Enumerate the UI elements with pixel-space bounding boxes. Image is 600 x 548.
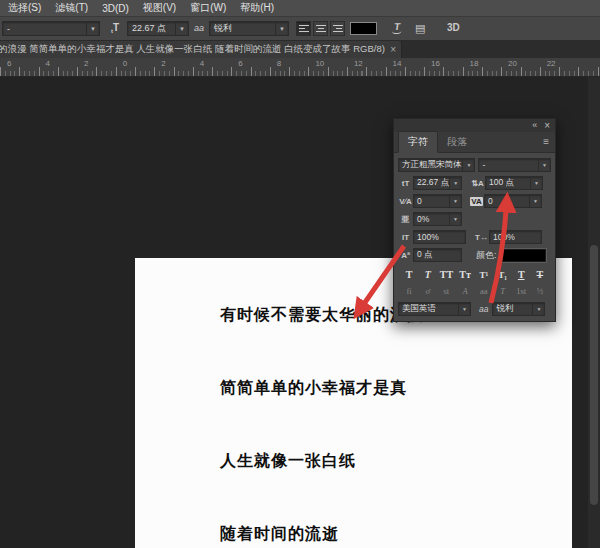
text-style-button[interactable]: TT xyxy=(438,268,454,282)
anti-alias-value: 锐利 xyxy=(214,22,232,35)
menu-item[interactable]: 帮助(H) xyxy=(233,1,281,15)
canvas-text-line[interactable]: 人生就像一张白纸 xyxy=(220,450,572,472)
menu-item[interactable]: 滤镜(T) xyxy=(48,1,95,15)
chevron-down-icon[interactable]: ▼ xyxy=(449,213,461,225)
3d-button[interactable]: 3D xyxy=(447,22,460,33)
menu-item[interactable]: 窗口(W) xyxy=(183,1,233,15)
panel-menu-icon[interactable]: ≡ xyxy=(543,136,549,147)
text-style-button[interactable]: T xyxy=(513,268,529,282)
tab-character[interactable]: 字符 xyxy=(398,131,438,153)
close-tab-icon[interactable]: × xyxy=(390,45,396,55)
kerning-field[interactable]: 0 ▼ xyxy=(413,194,462,208)
scrollbar-thumb[interactable] xyxy=(590,245,598,505)
tracking-icon: VA xyxy=(470,197,483,206)
font-size-field[interactable]: 22.67 点 ▼ xyxy=(413,176,462,190)
ruler-number: 8 xyxy=(270,58,309,68)
ruler-number: 12 xyxy=(347,58,386,68)
proportional-spacing-field[interactable]: 0% ▼ xyxy=(413,212,462,226)
document-title: 的浪漫 简简单单的小幸福才是真 人生就像一张白纸 随着时间的流逝 白纸变成了故事… xyxy=(0,43,386,56)
tab-paragraph[interactable]: 段落 xyxy=(438,132,476,152)
leading-field[interactable]: 100 点 ▼ xyxy=(485,176,543,190)
align-center-button[interactable] xyxy=(313,21,328,36)
chevron-down-icon[interactable]: ▼ xyxy=(532,303,544,315)
vertical-scale-icon: IT xyxy=(398,233,413,242)
text-style-button[interactable]: T¹ xyxy=(476,268,492,282)
menu-bar: 选择(S)滤镜(T)3D(D)视图(V)窗口(W)帮助(H) xyxy=(0,0,600,17)
text-style-button[interactable]: T xyxy=(401,268,417,282)
chevron-down-icon[interactable]: ▼ xyxy=(449,177,461,189)
kerning-value: 0 xyxy=(417,196,422,206)
horizontal-scale-icon: T↔ xyxy=(474,233,489,242)
opentype-feature-button[interactable]: T xyxy=(495,285,511,298)
chevron-down-icon[interactable]: ▼ xyxy=(538,159,550,171)
baseline-shift-value: 0 点 xyxy=(417,249,433,261)
text-color-swatch[interactable] xyxy=(350,22,377,35)
text-style-button[interactable]: T₁ xyxy=(495,268,511,282)
collapse-panel-icon[interactable]: « xyxy=(532,121,537,130)
toggle-panels-icon[interactable]: ▤ xyxy=(415,21,425,36)
opentype-feature-button[interactable]: ơ xyxy=(420,285,436,298)
chevron-down-icon[interactable]: ▼ xyxy=(530,177,542,189)
ruler-number: 18 xyxy=(463,58,502,68)
text-style-button[interactable]: Tᴛ xyxy=(457,268,473,282)
ruler-number: 10 xyxy=(308,58,347,68)
chevron-down-icon[interactable]: ▼ xyxy=(449,195,461,207)
font-size-value: 22.67 点 xyxy=(417,177,449,189)
ruler-number: 16 xyxy=(424,58,463,68)
opentype-feature-button[interactable]: aa xyxy=(476,285,492,298)
text-style-button[interactable]: T xyxy=(420,268,436,282)
chevron-down-icon[interactable]: ▼ xyxy=(529,195,541,207)
font-size-icon: tT xyxy=(111,22,119,34)
menu-item[interactable]: 选择(S) xyxy=(1,1,48,15)
chevron-down-icon[interactable]: ▼ xyxy=(175,22,188,35)
opentype-feature-button[interactable]: A xyxy=(457,285,473,298)
close-panel-icon[interactable]: × xyxy=(544,121,550,131)
chevron-down-icon[interactable]: ▼ xyxy=(462,159,474,171)
opentype-feature-button[interactable]: 1st xyxy=(513,285,529,298)
document-tab[interactable]: 的浪漫 简简单单的小幸福才是真 人生就像一张白纸 随着时间的流逝 白纸变成了故事… xyxy=(0,41,402,58)
font-family-dropdown[interactable]: - ▼ xyxy=(2,21,100,36)
ruler-number: 6 xyxy=(0,58,39,68)
proportional-spacing-icon: 亜 xyxy=(398,214,413,225)
scale-row: IT 100% T↔ 100% xyxy=(398,230,551,244)
ruler-number: 2 xyxy=(154,58,193,68)
ruler-number: 14 xyxy=(385,58,424,68)
warp-text-icon[interactable]: T xyxy=(388,21,406,36)
anti-alias-icon: aa xyxy=(479,304,488,314)
menu-item[interactable]: 3D(D) xyxy=(95,3,136,14)
canvas-text-line[interactable]: 简简单单的小幸福才是真 xyxy=(220,377,572,399)
ruler-number: 0 xyxy=(116,58,155,68)
tracking-value: 0 xyxy=(488,196,493,206)
panel-tab-bar: 字符 段落 ≡ xyxy=(394,132,555,153)
font-family-dropdown[interactable]: 方正粗黑宋简体 ▼ xyxy=(398,158,475,172)
canvas-text-line[interactable]: 随着时间的流逝 xyxy=(220,523,572,545)
chevron-down-icon[interactable]: ▼ xyxy=(458,303,470,315)
opentype-feature-button[interactable]: st xyxy=(438,285,454,298)
align-left-button[interactable] xyxy=(296,21,311,36)
align-right-button[interactable] xyxy=(330,21,345,36)
baseline-shift-field[interactable]: 0 点 xyxy=(413,248,462,262)
horizontal-scale-value: 100% xyxy=(493,232,515,242)
anti-alias-dropdown[interactable]: 锐利 ▼ xyxy=(209,21,289,36)
language-dropdown[interactable]: 美国英语 ▼ xyxy=(398,302,471,316)
text-style-button[interactable]: T xyxy=(532,268,548,282)
horizontal-scale-field[interactable]: 100% xyxy=(489,230,542,244)
vertical-scale-field[interactable]: 100% xyxy=(413,230,466,244)
tracking-field[interactable]: 0 ▼ xyxy=(484,194,542,208)
kerning-tracking-row: V∕A 0 ▼ VA 0 ▼ xyxy=(398,194,551,208)
text-align-group xyxy=(296,21,345,36)
anti-alias-dropdown[interactable]: 锐利 ▼ xyxy=(492,302,545,316)
menu-item[interactable]: 视图(V) xyxy=(136,1,183,15)
font-style-dropdown[interactable]: - ▼ xyxy=(478,158,551,172)
chevron-down-icon[interactable]: ▼ xyxy=(86,22,99,35)
ruler-number: 20 xyxy=(501,58,540,68)
chevron-down-icon[interactable]: ▼ xyxy=(275,22,288,35)
opentype-row: fiơstAaaT1st½ xyxy=(398,285,551,298)
proportional-spacing-value: 0% xyxy=(417,214,429,224)
opentype-feature-button[interactable]: ½ xyxy=(532,285,548,298)
font-family-value: - xyxy=(7,24,10,34)
font-size-field[interactable]: 22.67 点 ▼ xyxy=(127,21,189,36)
opentype-feature-button[interactable]: fi xyxy=(401,285,417,298)
text-color-swatch[interactable] xyxy=(502,249,546,262)
anti-alias-value: 锐利 xyxy=(496,303,513,315)
